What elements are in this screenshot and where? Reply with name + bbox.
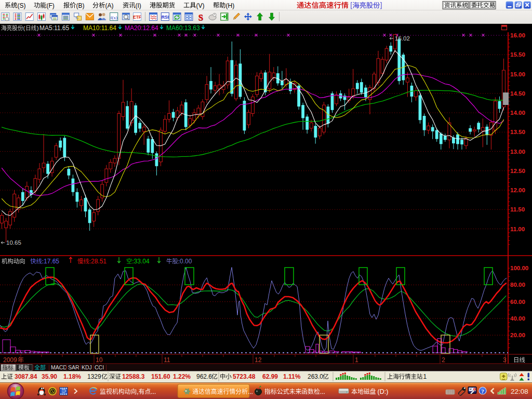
- svg-text:13.00: 13.00: [510, 149, 525, 155]
- svg-text:MA5:11.65: MA5:11.65: [39, 24, 69, 32]
- svg-text:11: 11: [164, 356, 170, 364]
- svg-text:263.0: 263.0: [308, 373, 323, 380]
- svg-text:12588.3: 12588.3: [122, 373, 145, 380]
- svg-text:962.6: 962.6: [196, 373, 212, 380]
- svg-text:(I): (I): [136, 2, 141, 9]
- svg-text:(F): (F): [47, 2, 55, 9]
- svg-text:(D:): (D:): [378, 388, 389, 395]
- svg-text:3087.84: 3087.84: [15, 373, 37, 380]
- svg-text:2009: 2009: [3, 356, 17, 364]
- svg-text:12.00: 12.00: [510, 187, 525, 193]
- svg-text:1.22%: 1.22%: [173, 373, 191, 380]
- svg-text:(S): (S): [18, 2, 26, 9]
- svg-text:SAR: SAR: [68, 364, 79, 370]
- svg-text:35.90: 35.90: [42, 373, 57, 380]
- svg-text:(H): (H): [226, 2, 235, 9]
- svg-text:0.00: 0.00: [180, 258, 192, 265]
- svg-text:16.02: 16.02: [395, 35, 410, 42]
- svg-text:1329: 1329: [87, 373, 101, 380]
- svg-text:?: ?: [481, 388, 484, 394]
- svg-text:MA10:11.64: MA10:11.64: [83, 24, 116, 32]
- svg-text:15.00: 15.00: [510, 71, 525, 77]
- svg-text:MA20:12.64: MA20:12.64: [125, 24, 158, 32]
- svg-text:22:08: 22:08: [511, 388, 528, 395]
- svg-text:ETF: ETF: [133, 15, 141, 20]
- svg-text:14.50: 14.50: [510, 90, 525, 97]
- svg-text:11.50: 11.50: [510, 206, 525, 212]
- svg-text:KDJ: KDJ: [82, 364, 92, 370]
- svg-text:RSI: RSI: [162, 15, 169, 20]
- svg-text:80.00: 80.00: [510, 282, 525, 288]
- svg-text:13.50: 13.50: [510, 129, 525, 135]
- svg-text:(B): (B): [76, 2, 85, 9]
- svg-text:33.04: 33.04: [134, 258, 150, 265]
- svg-text:S: S: [198, 12, 203, 22]
- svg-text:1: 1: [423, 373, 427, 380]
- svg-text:2: 2: [442, 356, 445, 364]
- svg-text:40.00: 40.00: [510, 315, 525, 322]
- svg-text:1.18%: 1.18%: [63, 373, 81, 380]
- svg-text:12.50: 12.50: [510, 168, 525, 174]
- svg-text:15.50: 15.50: [510, 51, 525, 58]
- svg-text:10: 10: [96, 356, 103, 364]
- svg-text:17.65: 17.65: [44, 258, 59, 265]
- svg-text:16.00: 16.00: [510, 32, 525, 38]
- svg-text:1: 1: [355, 356, 358, 364]
- svg-text:(V): (V): [196, 2, 205, 9]
- svg-text:60.00: 60.00: [510, 299, 525, 305]
- svg-text:12: 12: [255, 356, 262, 364]
- svg-text:5723.48: 5723.48: [233, 373, 256, 380]
- svg-text:62.99: 62.99: [262, 373, 278, 380]
- svg-text:(A): (A): [105, 2, 114, 9]
- svg-text:28.51: 28.51: [91, 258, 107, 265]
- svg-text:CCI: CCI: [95, 364, 104, 370]
- svg-text:): ): [37, 25, 39, 31]
- svg-text:14.00: 14.00: [510, 110, 525, 116]
- svg-text:(: (: [23, 25, 25, 31]
- svg-text:11.00: 11.00: [510, 226, 525, 232]
- svg-text:10.65: 10.65: [6, 240, 21, 246]
- svg-text:100.00: 100.00: [510, 265, 528, 271]
- svg-text:MA60:13.63: MA60:13.63: [166, 24, 200, 32]
- svg-text:1.11%: 1.11%: [283, 373, 301, 380]
- svg-text:3: 3: [503, 356, 507, 364]
- svg-text:MACD: MACD: [51, 364, 67, 370]
- svg-text:151.60: 151.60: [151, 373, 170, 380]
- svg-text:f(x): f(x): [110, 15, 117, 20]
- svg-text:20.00: 20.00: [510, 332, 525, 338]
